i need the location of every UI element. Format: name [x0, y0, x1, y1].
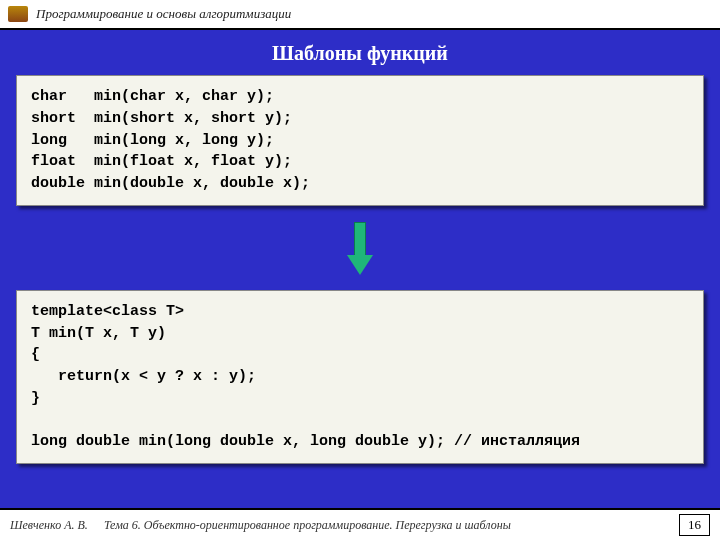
slide-body: Шаблоны функций char min(char x, char y)…	[0, 30, 720, 508]
header: Программирование и основы алгоритмизации	[0, 0, 720, 30]
footer: Шевченко А. В. Тема 6. Объектно-ориентир…	[0, 508, 720, 540]
code-block-template: template<class T> T min(T x, T y) { retu…	[16, 290, 704, 464]
page-number: 16	[679, 514, 710, 536]
arrow-down-container	[16, 222, 704, 276]
footer-author: Шевченко А. В.	[10, 518, 88, 533]
footer-left: Шевченко А. В. Тема 6. Объектно-ориентир…	[10, 518, 511, 533]
code-block-overloads: char min(char x, char y); short min(shor…	[16, 75, 704, 206]
arrow-down-icon	[349, 222, 371, 276]
slide-title: Шаблоны функций	[16, 42, 704, 65]
book-icon	[8, 6, 28, 22]
footer-topic: Тема 6. Объектно-ориентированное програм…	[104, 518, 511, 533]
header-title: Программирование и основы алгоритмизации	[36, 6, 291, 22]
